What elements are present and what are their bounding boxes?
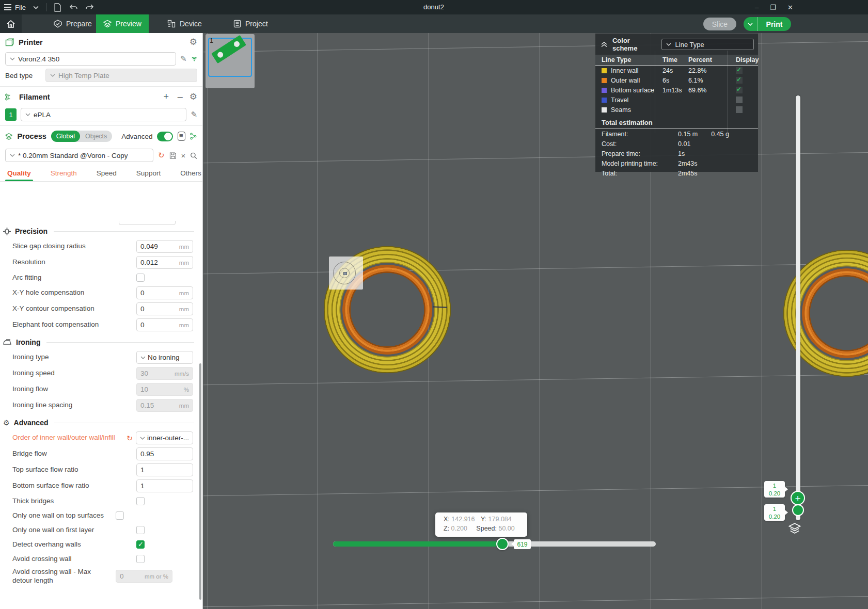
setting-row: Thick bridges (0, 494, 198, 508)
move-slider-handle[interactable] (496, 538, 509, 550)
display-checkbox[interactable] (736, 97, 743, 103)
color-scheme-value: Line Type (675, 41, 704, 49)
preset-select[interactable]: * 0.20mm Standard @Voron - Copy (5, 149, 153, 162)
print-button-group[interactable]: Print (744, 17, 791, 31)
settings-scroll-area[interactable]: Precision Slice gap closing radius 0.049… (0, 221, 198, 609)
scope-global[interactable]: Global (51, 131, 80, 142)
ironing-type-select[interactable]: No ironing (136, 351, 193, 364)
printer-section-header: Printer ⚙ (0, 33, 202, 50)
preview-icon (103, 20, 112, 28)
print-options-chevron[interactable] (744, 17, 757, 31)
layer-slider-track[interactable] (796, 95, 800, 520)
search-preset-icon[interactable] (190, 152, 197, 159)
filament-select[interactable]: ePLA (21, 108, 186, 121)
detect-overhang-walls-checkbox[interactable] (136, 540, 145, 549)
tab-support[interactable]: Support (136, 167, 161, 181)
ironing-flow-input[interactable]: 10% (136, 383, 193, 396)
total-row: Total:2m45s (595, 168, 758, 178)
avoid-crossing-wall-checkbox[interactable] (136, 555, 145, 563)
undo-icon[interactable] (69, 4, 78, 11)
process-graph-icon[interactable] (190, 132, 197, 140)
ironing-line-spacing-input[interactable]: 0.15mm (136, 399, 193, 412)
redo-icon[interactable] (85, 4, 94, 11)
layer-slider-add-handle[interactable]: + (791, 491, 805, 505)
arc-fitting-checkbox[interactable] (136, 274, 145, 282)
only-one-wall-first-layer-checkbox[interactable] (136, 526, 145, 534)
slice-gap-closing-radius-input[interactable]: 0.049mm (136, 240, 193, 253)
toolbar-divider (46, 3, 46, 11)
tab-prepare[interactable]: Prepare (46, 14, 99, 33)
chevron-down-icon[interactable] (33, 6, 39, 9)
thick-bridges-checkbox[interactable] (136, 497, 145, 505)
preview-3d-viewport[interactable]: 1 Color scheme Line Type Line Type Time … (203, 33, 868, 609)
xy-contour-compensation-input[interactable]: 0mm (136, 302, 193, 315)
reset-preset-icon[interactable]: ↻ (158, 151, 165, 160)
plate-thumbnail[interactable]: 1 (206, 34, 255, 88)
move-slider-track[interactable] (333, 541, 656, 547)
edit-printer-icon[interactable]: ✎ (180, 54, 187, 63)
avoid-crossing-max-detour-input[interactable]: 0mm or % (116, 570, 172, 583)
tab-device[interactable]: Device (160, 14, 209, 33)
reset-setting-icon[interactable]: ↻ (127, 434, 133, 442)
setting-row: Bottom surface flow ratio 1 (0, 478, 198, 494)
wifi-icon[interactable] (191, 55, 197, 62)
tab-project[interactable]: Project (226, 14, 275, 33)
delete-preset-icon[interactable]: × (181, 151, 185, 160)
tab-preview-label: Preview (116, 20, 141, 28)
legend-row: Outer wall 6s 6.1% (595, 75, 758, 85)
resolution-input[interactable]: 0.012mm (136, 256, 193, 269)
grid-line (762, 33, 762, 609)
process-scope-toggle[interactable]: Global Objects (51, 131, 113, 142)
collapse-panel-icon[interactable] (601, 41, 608, 47)
display-checkbox[interactable] (736, 77, 743, 84)
layers-icon[interactable] (788, 522, 801, 535)
main-menu-button[interactable]: File (4, 4, 26, 11)
save-preset-icon[interactable] (169, 152, 177, 159)
close-button[interactable]: ✕ (787, 4, 793, 11)
parameter-list-icon[interactable] (178, 132, 186, 141)
setting-row: X-Y contour compensation 0mm (0, 301, 198, 317)
tab-strength[interactable]: Strength (51, 167, 77, 181)
tab-speed[interactable]: Speed (97, 167, 117, 181)
print-button[interactable]: Print (757, 20, 791, 28)
printer-select[interactable]: Voron2.4 350 (5, 52, 176, 66)
xy-hole-compensation-input[interactable]: 0mm (136, 286, 193, 299)
tab-others[interactable]: Others (180, 167, 201, 181)
total-estimation-title: Total estimation (595, 115, 758, 129)
printer-settings-gear-icon[interactable]: ⚙ (190, 38, 197, 46)
setting-row: X-Y hole compensation 0mm (0, 285, 198, 301)
elephant-foot-compensation-input[interactable]: 0mm (136, 318, 193, 331)
ironing-icon (3, 339, 12, 346)
save-project-icon[interactable] (54, 3, 61, 12)
home-button[interactable] (0, 14, 22, 33)
layer-slider-handle[interactable] (792, 504, 804, 516)
advanced-toggle-label: Advanced (121, 133, 152, 140)
process-section-title: Process (17, 132, 46, 140)
bottom-surface-flow-ratio-input[interactable]: 1 (136, 479, 193, 492)
bridge-flow-input[interactable]: 0.95 (136, 447, 193, 460)
sidebar-scrollbar[interactable] (199, 363, 201, 600)
filament-settings-gear-icon[interactable]: ⚙ (190, 92, 197, 101)
maximize-button[interactable]: ❐ (770, 4, 776, 11)
display-checkbox[interactable] (736, 87, 743, 93)
bed-type-select[interactable]: High Temp Plate (45, 69, 197, 82)
chevron-down-icon (140, 437, 145, 440)
remove-filament-button[interactable]: – (176, 91, 185, 102)
display-checkbox[interactable] (736, 106, 743, 113)
toolpath-ring-partial (780, 246, 868, 380)
scope-objects[interactable]: Objects (80, 133, 112, 140)
only-one-wall-top-checkbox[interactable] (116, 511, 124, 520)
wall-order-select[interactable]: inner-outer-... (136, 431, 193, 444)
color-scheme-select[interactable]: Line Type (661, 39, 754, 50)
edit-filament-icon[interactable]: ✎ (191, 110, 197, 119)
tab-preview[interactable]: Preview (96, 14, 149, 33)
top-surface-flow-ratio-input[interactable]: 1 (136, 463, 193, 476)
add-filament-button[interactable]: + (162, 91, 171, 102)
slice-button[interactable]: Slice (703, 18, 736, 30)
minimize-button[interactable]: – (755, 4, 759, 11)
tab-quality[interactable]: Quality (7, 167, 31, 181)
display-checkbox[interactable] (736, 67, 743, 74)
advanced-toggle[interactable] (157, 132, 172, 141)
ironing-speed-input[interactable]: 30mm/s (136, 367, 193, 380)
bottom-surface-swatch (602, 88, 607, 93)
